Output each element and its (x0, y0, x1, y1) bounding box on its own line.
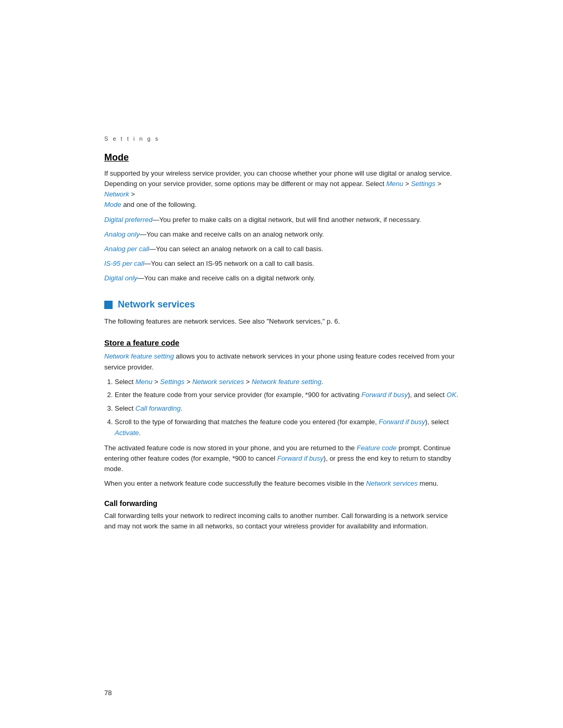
menu-link[interactable]: Menu (386, 180, 403, 188)
network-services-link-inline[interactable]: Network services (366, 479, 418, 487)
digital-preferred-desc: —You prefer to make calls on a digital n… (153, 216, 421, 224)
mode-link[interactable]: Mode (104, 201, 121, 208)
analog-only-desc: —You can make and receive calls on an an… (140, 230, 324, 238)
step1-network-services-link[interactable]: Network services (192, 378, 244, 386)
call-forwarding-heading: Call forwarding (104, 499, 459, 508)
step1-settings-link[interactable]: Settings (160, 378, 185, 386)
when-text-1: When you enter a network feature code su… (104, 479, 366, 487)
is95-per-call-link[interactable]: IS-95 per call (104, 260, 144, 267)
step1-network-feature-link[interactable]: Network feature setting (252, 378, 322, 386)
digital-only-item: Digital only—You can make and receive ca… (104, 273, 459, 283)
page-number: 78 (104, 689, 112, 697)
call-forwarding-section: Call forwarding Call forwarding tells yo… (104, 499, 459, 532)
analog-per-call-desc: —You can select an analog network on a c… (149, 245, 323, 253)
after-steps-paragraph-2: When you enter a network feature code su… (104, 478, 459, 489)
is95-per-call-item: IS-95 per call—You can select an IS-95 n… (104, 258, 459, 269)
after-steps-paragraph-1: The activated feature code is now stored… (104, 443, 459, 474)
step2-forward-busy-link[interactable]: Forward if busy (361, 391, 408, 399)
step-3: Select Call forwarding. (115, 403, 459, 414)
feature-code-link[interactable]: Feature code (357, 444, 397, 452)
step-4: Scroll to the type of forwarding that ma… (115, 417, 459, 439)
step4-forward-busy-link[interactable]: Forward if busy (379, 418, 425, 426)
step3-call-forwarding-link[interactable]: Call forwarding (136, 404, 181, 412)
mode-section: Mode If supported by your wireless servi… (104, 152, 459, 283)
settings-link[interactable]: Settings (411, 180, 435, 188)
step1-menu-link[interactable]: Menu (136, 378, 153, 386)
network-services-title: Network services (118, 299, 195, 310)
page-container: S e t t i n g s Mode If supported by you… (0, 0, 563, 728)
call-forwarding-body: Call forwarding tells your network to re… (104, 511, 459, 532)
digital-preferred-item: Digital preferred—You prefer to make cal… (104, 215, 459, 225)
step-1: Select Menu > Settings > Network service… (115, 377, 459, 388)
analog-only-link[interactable]: Analog only (104, 230, 140, 238)
after-steps-text-1: The activated feature code is now stored… (104, 444, 357, 452)
store-feature-heading: Store a feature code (104, 338, 459, 347)
step-2: Enter the feature code from your service… (115, 390, 459, 401)
store-feature-section: Store a feature code Network feature set… (104, 338, 459, 489)
digital-only-link[interactable]: Digital only (104, 274, 138, 282)
mode-heading: Mode (104, 152, 459, 163)
network-link[interactable]: Network (104, 190, 129, 198)
digital-preferred-link[interactable]: Digital preferred (104, 216, 153, 224)
mode-intro-end: and one of the following. (121, 201, 197, 208)
analog-per-call-item: Analog per call—You can select an analog… (104, 244, 459, 254)
settings-label: S e t t i n g s (104, 135, 459, 142)
store-feature-intro: Network feature setting allows you to ac… (104, 351, 459, 372)
forward-busy-link-2[interactable]: Forward if busy (277, 454, 324, 462)
mode-intro-paragraph: If supported by your wireless service pr… (104, 168, 459, 211)
network-services-header: Network services (104, 299, 459, 310)
blue-square-icon (104, 301, 113, 309)
is95-per-call-desc: —You can select an IS-95 network on a ca… (144, 260, 314, 267)
network-services-section: Network services The following features … (104, 299, 459, 532)
when-text-2: menu. (418, 479, 438, 487)
analog-only-item: Analog only—You can make and receive cal… (104, 229, 459, 240)
store-feature-steps: Select Menu > Settings > Network service… (115, 377, 459, 439)
analog-per-call-link[interactable]: Analog per call (104, 245, 149, 253)
network-services-intro: The following features are network servi… (104, 316, 459, 327)
digital-only-desc: —You can make and receive calls on a dig… (138, 274, 315, 282)
step4-activate-link[interactable]: Activate (115, 429, 139, 437)
network-feature-setting-link[interactable]: Network feature setting (104, 352, 174, 360)
step2-ok-link[interactable]: OK (447, 391, 457, 399)
